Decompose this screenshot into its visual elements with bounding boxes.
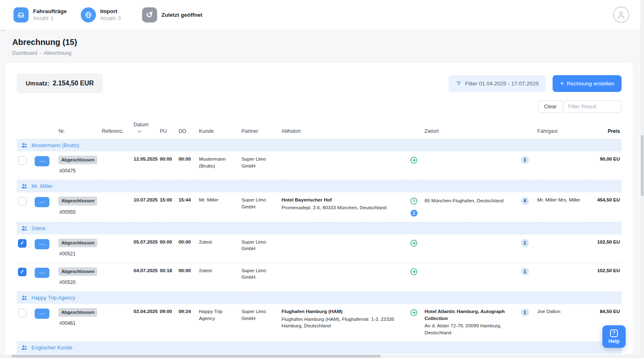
kunde-cell: 2stest <box>198 263 241 291</box>
header-referenz: Referenz. <box>101 122 133 139</box>
funnel-icon <box>456 81 462 86</box>
sort-chevron-down-icon <box>138 128 157 134</box>
clear-filter-button[interactable]: Clear <box>538 100 562 113</box>
pu-cell: 09:00 <box>159 304 178 342</box>
header-datum[interactable]: Datum <box>133 122 159 139</box>
row-checkbox[interactable] <box>18 156 27 165</box>
kunde-cell: Mustermann (Brutto) <box>198 152 241 180</box>
header-abholort: Abholort <box>281 122 406 139</box>
pax-cell: 4 <box>520 192 537 222</box>
globe-icon <box>81 7 96 22</box>
header-actions <box>34 122 58 139</box>
header-preis: Preis <box>586 122 622 139</box>
ellipsis-icon: ⋯ <box>39 311 45 317</box>
pu-cell: 15:00 <box>159 192 178 222</box>
fahrgast-cell: Mr. Miller Mrs. Miller <box>537 192 586 222</box>
route-cell: 1 <box>406 192 424 222</box>
abholort-cell <box>281 234 406 263</box>
import-label: Import <box>100 8 121 14</box>
group-header-row[interactable]: Mustermann (Brutto) <box>17 139 622 152</box>
row-actions-button[interactable]: ⋯ <box>35 156 49 166</box>
status-badge: Abgeschlossen <box>58 197 97 205</box>
horizontal-scrollbar[interactable] <box>0 354 640 358</box>
group-users-icon <box>21 142 28 148</box>
row-actions-button[interactable]: ⋯ <box>35 309 49 319</box>
preis-cell: 102,50 EU <box>586 234 622 263</box>
pu-cell: 00:00 <box>159 152 178 180</box>
referenz-cell <box>101 192 133 222</box>
billing-table: Nr. Referenz. Datum PU DO Kunde Partner … <box>17 122 622 358</box>
row-actions-button[interactable]: ⋯ <box>35 268 49 278</box>
group-header-row[interactable]: Happy Trip Agency <box>17 292 622 304</box>
row-checkbox[interactable]: ✓ <box>18 239 27 248</box>
filter-result-input[interactable] <box>564 100 622 113</box>
do-cell: 00:00 <box>178 263 198 291</box>
page-title: Abrechnung (15) <box>12 38 644 47</box>
route-cell <box>406 152 424 180</box>
pax-cell: 1 <box>520 304 537 342</box>
header-select <box>17 122 34 139</box>
route-arrow-icon <box>410 271 418 277</box>
nav-import[interactable]: Import Anzahl: 0 <box>81 7 121 22</box>
route-arrow-icon <box>410 312 418 318</box>
stops-badge: 1 <box>411 210 417 217</box>
fahrauftraege-count: Anzahl: 1 <box>33 16 67 21</box>
vertical-scrollbar[interactable] <box>640 0 644 358</box>
breadcrumb: Dashboard - Abrechnung <box>12 50 644 56</box>
fahrgast-cell <box>537 263 586 291</box>
group-name: Englischer Kunde <box>31 345 72 351</box>
header-do: DO <box>178 122 198 139</box>
row-checkbox[interactable] <box>18 309 27 317</box>
group-header-row[interactable]: Englischer Kunde <box>17 342 622 354</box>
user-avatar[interactable] <box>613 7 629 23</box>
create-invoice-button[interactable]: + Rechnung erstellen <box>553 75 622 92</box>
header-zielort: Zielort <box>424 122 520 139</box>
pax-badge: 4 <box>521 197 529 205</box>
vertical-scrollbar-thumb[interactable] <box>641 135 644 196</box>
create-invoice-label: Rechnung erstellen <box>567 81 614 87</box>
group-header-row[interactable]: 2stest <box>17 222 622 234</box>
route-cell <box>406 304 424 342</box>
row-actions-button[interactable]: ⋯ <box>35 197 49 207</box>
status-badge: Abgeschlossen <box>58 239 97 247</box>
partner-cell: Super Limo GmbH <box>241 234 281 263</box>
zielort-cell: 85 München-Flughafen, Deutschland <box>424 192 520 222</box>
group-users-icon <box>21 345 28 351</box>
fahrgast-cell: Joe Dalton <box>537 304 586 342</box>
referenz-cell <box>101 263 133 291</box>
datum-cell: 02.04.2025 <box>133 304 159 342</box>
zielort-cell <box>424 263 520 291</box>
history-icon: ↺ <box>142 7 157 22</box>
partner-cell: Super Limo GmbH <box>241 263 281 291</box>
nav-fahrauftraege[interactable]: Fahraufträge Anzahl: 1 <box>13 7 67 22</box>
table-row: ⋯ Abgeschlossen#00461 02.04.2025 09:00 0… <box>17 304 622 342</box>
row-checkbox[interactable] <box>18 197 27 206</box>
inbox-tray-icon <box>13 7 29 22</box>
row-actions-button[interactable]: ⋯ <box>35 239 49 249</box>
order-number: #00521 <box>58 251 98 257</box>
header-kunde: Kunde <box>198 122 241 139</box>
group-header-row[interactable]: Mr. Miller <box>17 180 622 192</box>
pax-badge: 1 <box>521 268 529 275</box>
umsatz-label: Umsatz: <box>26 80 49 87</box>
abholort-cell: Hotel Bayerischer HofPromenadepl. 2-6, 8… <box>281 192 406 222</box>
group-name: Happy Trip Agency <box>31 295 75 301</box>
breadcrumb-abrechnung[interactable]: Abrechnung <box>44 50 71 56</box>
nav-zuletzt-geoeffnet[interactable]: ↺ Zuletzt geöffnet <box>142 7 203 22</box>
do-cell: 09:24 <box>178 304 198 342</box>
pax-badge: 1 <box>521 309 529 316</box>
umsatz-value: 2.154,50 EUR <box>53 80 94 87</box>
group-name: 2stest <box>31 225 45 231</box>
filter-daterange-button[interactable]: Filter 01.04.2025 - 17.07.2025 <box>449 75 546 92</box>
breadcrumb-dashboard[interactable]: Dashboard <box>12 50 37 56</box>
help-button[interactable]: ? Help <box>602 325 626 348</box>
pax-cell: 1 <box>520 263 537 291</box>
breadcrumb-separator: - <box>40 50 41 56</box>
route-arrow-icon <box>410 160 418 166</box>
ellipsis-icon: ⋯ <box>39 270 45 276</box>
horizontal-scrollbar-thumb[interactable] <box>11 355 381 358</box>
header-route <box>406 122 424 139</box>
check-icon: ✓ <box>20 239 24 247</box>
row-checkbox[interactable]: ✓ <box>18 268 27 276</box>
check-icon: ✓ <box>20 268 24 275</box>
